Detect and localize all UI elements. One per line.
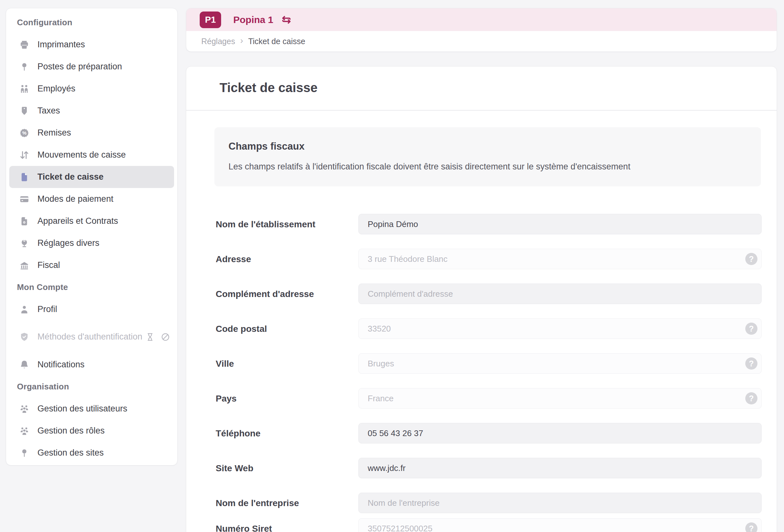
divider [186,110,777,111]
users-icon [19,404,30,414]
switch-site-button[interactable] [280,14,292,26]
main-content: Ticket de caisse Champs fiscaux Les cham… [186,66,777,532]
field-row-pays: Pays ? [216,388,762,409]
sidebar-item-label: Employés [37,83,76,94]
status-icons [145,332,170,342]
sidebar-item-notifications[interactable]: Notifications [9,354,174,376]
sidebar-item-label: Notifications [37,359,84,370]
telephone-input[interactable] [358,423,762,443]
adresse-input [358,249,762,269]
sidebar-item-gestion-des-sites[interactable]: Gestion des sites [9,442,174,464]
sidebar-item-label: Modes de paiement [37,194,113,205]
help-icon[interactable]: ? [745,392,757,405]
sidebar-item-label: Gestion des sites [37,447,104,459]
numero-siret-label: Numéro Siret [216,523,358,532]
complement-adresse-label: Complément d'adresse [216,288,358,300]
sidebar-item-label: Ticket de caisse [37,171,104,182]
sidebar-item-remises[interactable]: % Remises [9,122,174,144]
sidebar-item-label: Profil [37,304,57,315]
sidebar-item-ticket-de-caisse[interactable]: Ticket de caisse [9,166,174,188]
telephone-label: Téléphone [216,428,358,439]
user-icon [19,304,30,315]
sidebar-section-configuration: Configuration [6,11,177,34]
sidebar-item-label: Fiscal [37,260,60,271]
field-row-ville: Ville ? [216,353,762,374]
notice-title: Champs fiscaux [228,141,747,152]
ville-input [358,353,762,374]
site-web-input[interactable] [358,458,762,478]
site-web-label: Site Web [216,463,358,474]
nom-etablissement-input[interactable] [358,214,762,234]
sidebar-item-profil[interactable]: Profil [9,298,174,320]
sidebar-item-label: Remises [37,127,71,139]
sidebar-item-appareils-et-contrats[interactable]: Appareils et Contrats [9,210,174,232]
site-banner: P1 Popina 1 [186,8,777,31]
sidebar-item-taxes[interactable]: Taxes [9,100,174,122]
pays-label: Pays [216,393,358,404]
notice-description: Les champs relatifs à l'identification f… [228,162,747,172]
site-badge: P1 [200,11,221,28]
pin-icon [19,448,30,459]
bank-icon [19,260,30,271]
percent-icon: % [19,127,30,139]
device-icon [19,216,30,227]
breadcrumb-reglages[interactable]: Réglages [201,37,235,46]
code-postal-label: Code postal [216,323,358,334]
field-row-numero-siret: Numéro Siret ? [216,518,762,532]
sidebar-item-label: Postes de préparation [37,61,122,72]
help-icon[interactable]: ? [745,357,757,370]
sidebar-item-fiscal[interactable]: Fiscal [9,254,174,276]
sidebar-item-gestion-des-roles[interactable]: Gestion des rôles [9,420,174,442]
sidebar-section-organisation: Organisation [6,376,177,398]
sidebar-item-methodes-authentification: Méthodes d'authentification [9,320,174,354]
help-icon[interactable]: ? [745,523,757,532]
header: P1 Popina 1 Réglages › Ticket de caisse [186,8,777,52]
field-row-code-postal: Code postal ? [216,319,762,339]
chevron-right-icon: › [240,36,243,46]
sidebar-item-label: Méthodes d'authentification [37,331,142,343]
adresse-label: Adresse [216,254,358,265]
site-name: Popina 1 [233,14,273,25]
breadcrumb-current: Ticket de caisse [248,37,305,46]
numero-siret-input [358,518,762,532]
bell-icon [19,359,30,370]
sidebar-item-label: Taxes [37,105,60,116]
swap-icon [280,14,292,26]
sidebar-item-employes[interactable]: Employés [9,78,174,100]
help-icon[interactable]: ? [745,253,757,265]
hourglass-icon [145,332,155,342]
sidebar-item-reglages-divers[interactable]: Réglages divers [9,232,174,254]
receipt-icon [19,172,30,182]
code-postal-input [358,319,762,339]
field-row-adresse: Adresse ? [216,249,762,269]
sidebar-item-label: Gestion des rôles [37,425,105,436]
pays-input [358,388,762,409]
nom-etablissement-label: Nom de l'établissement [216,219,358,230]
field-row-telephone: Téléphone [216,423,762,443]
sidebar-item-postes-de-preparation[interactable]: Postes de préparation [9,56,174,78]
nom-entreprise-label: Nom de l'entreprise [216,498,358,509]
users-icon [19,425,30,436]
sidebar: Configuration Imprimantes Postes de prép… [6,8,177,466]
complement-adresse-input[interactable] [358,284,762,304]
sidebar-item-modes-de-paiement[interactable]: Modes de paiement [9,188,174,210]
svg-text:%: % [22,130,26,136]
field-row-nom-etablissement: Nom de l'établissement [216,214,762,234]
ville-label: Ville [216,358,358,369]
sidebar-item-mouvements-de-caisse[interactable]: Mouvements de caisse [9,144,174,166]
sidebar-item-label: Gestion des utilisateurs [37,403,128,414]
help-icon[interactable]: ? [745,323,757,335]
sidebar-item-gestion-des-utilisateurs[interactable]: Gestion des utilisateurs [9,398,174,420]
sidebar-item-label: Imprimantes [37,39,85,50]
pin-icon [19,61,30,72]
nom-entreprise-input[interactable] [358,493,762,513]
printer-icon [19,39,30,50]
settings-icon [19,238,30,249]
sidebar-item-label: Réglages divers [37,238,100,249]
sidebar-item-imprimantes[interactable]: Imprimantes [9,34,174,56]
tag-icon [19,106,30,116]
sidebar-section-mon-compte: Mon Compte [6,276,177,298]
field-row-nom-entreprise: Nom de l'entreprise [216,493,762,513]
page-title: Ticket de caisse [186,66,777,110]
sidebar-item-label: Mouvements de caisse [37,149,126,160]
